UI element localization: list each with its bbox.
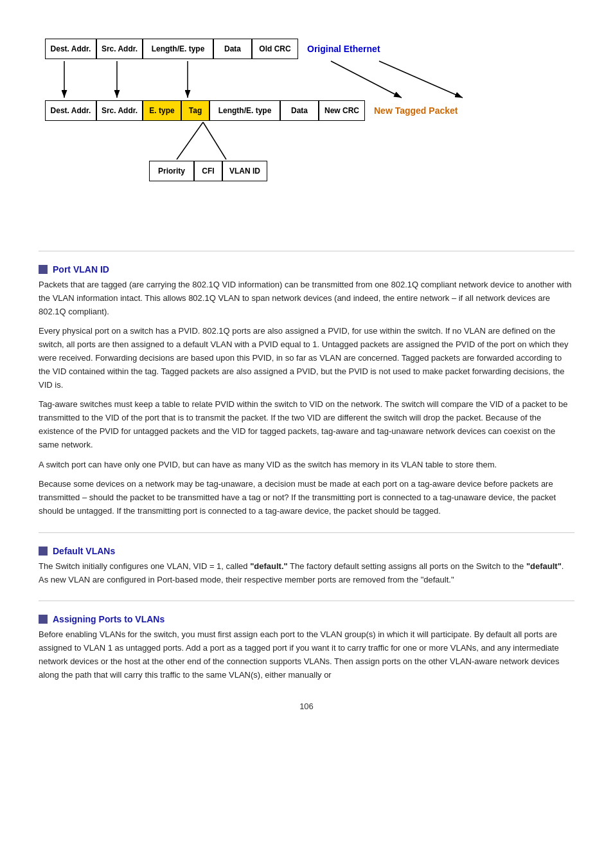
section-port-vlan-id: Port VLAN ID Packets that are tagged (ar… — [39, 264, 574, 518]
section-heading-default-vlans: Default VLANs — [53, 546, 115, 556]
vlan-diagram: Dest. Addr. Src. Addr. Length/E. type Da… — [39, 26, 574, 231]
section-icon-port-vlan-id — [39, 265, 48, 274]
section-title-port-vlan-id: Port VLAN ID — [39, 264, 574, 275]
section-assigning-ports: Assigning Ports to VLANs Before enabling… — [39, 614, 574, 682]
svg-line-4 — [331, 61, 402, 98]
section-icon-assigning-ports — [39, 615, 48, 624]
orig-length-etype: Length/E. type — [143, 39, 213, 59]
svg-line-6 — [177, 122, 203, 159]
section-title-assigning-ports: Assigning Ports to VLANs — [39, 614, 574, 624]
tagged-length-etype: Length/E. type — [209, 100, 280, 121]
tagged-packet-row: Dest. Addr. Src. Addr. E. type Tag Lengt… — [45, 100, 458, 121]
divider-1 — [39, 251, 574, 251]
tag-priority: Priority — [149, 161, 194, 181]
orig-old-crc: Old CRC — [252, 39, 298, 59]
section-title-default-vlans: Default VLANs — [39, 546, 574, 556]
orig-data: Data — [213, 39, 252, 59]
svg-line-5 — [379, 61, 463, 98]
tagged-dest-addr: Dest. Addr. — [45, 100, 96, 121]
tagged-etype: E. type — [143, 100, 181, 121]
tagged-new-crc: New CRC — [319, 100, 365, 121]
port-vlan-id-para-3: Tag-aware switches must keep a table to … — [39, 398, 574, 451]
tagged-src-addr: Src. Addr. — [96, 100, 143, 121]
tagged-tag: Tag — [181, 100, 209, 121]
orig-src-addr: Src. Addr. — [96, 39, 143, 59]
section-heading-assigning-ports: Assigning Ports to VLANs — [53, 614, 164, 624]
port-vlan-id-para-1: Packets that are tagged (are carrying th… — [39, 278, 574, 318]
port-vlan-id-para-5: Because some devices on a network may be… — [39, 478, 574, 518]
port-vlan-id-para-4: A switch port can have only one PVID, bu… — [39, 458, 574, 472]
tag-vlan-id: VLAN ID — [222, 161, 267, 181]
assigning-ports-para-1: Before enabling VLANs for the switch, yo… — [39, 628, 574, 682]
original-ethernet-label: Original Ethernet — [307, 44, 380, 54]
original-ethernet-row: Dest. Addr. Src. Addr. Length/E. type Da… — [45, 39, 380, 59]
tagged-packet-label: New Tagged Packet — [374, 105, 458, 116]
tag-cfi: CFI — [194, 161, 222, 181]
tagged-data: Data — [280, 100, 319, 121]
divider-2 — [39, 532, 574, 533]
tag-explode-row: Priority CFI VLAN ID — [149, 161, 267, 181]
svg-line-7 — [203, 122, 226, 159]
orig-dest-addr: Dest. Addr. — [45, 39, 96, 59]
port-vlan-id-para-2: Every physical port on a switch has a PV… — [39, 325, 574, 392]
divider-3 — [39, 601, 574, 601]
section-default-vlans: Default VLANs The Switch initially confi… — [39, 546, 574, 587]
default-vlans-para-1: The Switch initially configures one VLAN… — [39, 560, 574, 587]
page-number: 106 — [39, 701, 574, 711]
section-heading-port-vlan-id: Port VLAN ID — [53, 264, 109, 275]
section-icon-default-vlans — [39, 547, 48, 556]
